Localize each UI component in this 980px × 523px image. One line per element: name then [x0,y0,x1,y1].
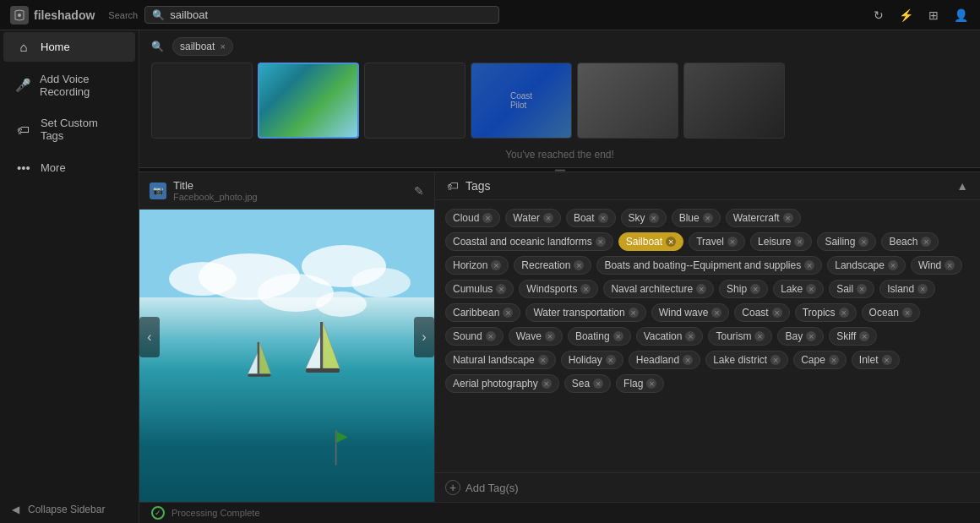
thumbnail-1[interactable] [258,63,359,139]
tag-remove-button[interactable]: × [839,308,849,318]
tag-remove-button[interactable]: × [858,237,868,247]
tag-remove-button[interactable]: × [902,308,912,318]
image-viewer: 📷 Title Facebook_photo.jpg ✎ [139,172,435,502]
tag-remove-button[interactable]: × [613,331,623,341]
user-button[interactable]: 👤 [952,7,970,24]
thumbnail-2[interactable] [364,63,466,139]
tag-remove-button[interactable]: × [750,284,760,294]
tags-header-icon: 🏷 [447,179,459,193]
tag-remove-button[interactable]: × [574,260,584,270]
svg-rect-3 [320,322,323,368]
topbar-actions: ↻ ⚡ ⊞ 👤 [872,7,970,24]
tags-collapse-button[interactable]: ▲ [956,179,968,193]
sidebar-item-tags[interactable]: 🏷 Set Custom Tags [3,109,135,150]
tag-remove-button[interactable]: × [783,213,793,223]
tag-chip: Horizon× [445,256,509,275]
tag-remove-button[interactable]: × [772,308,782,318]
tag-remove-button[interactable]: × [754,331,765,341]
thumbnails-strip: CoastPilot [139,63,980,145]
tag-label: Ship [727,283,747,295]
tag-remove-button[interactable]: × [596,237,606,247]
tag-chip: Bay× [777,327,824,346]
tag-remove-button[interactable]: × [806,284,816,294]
tag-remove-button[interactable]: × [542,379,552,389]
tag-remove-button[interactable]: × [696,284,706,294]
tag-chip: Boats and boating--Equipment and supplie… [596,256,822,275]
tag-remove-button[interactable]: × [482,213,493,223]
tag-label: Holiday [569,354,602,366]
tag-remove-button[interactable]: × [543,213,553,223]
tag-remove-button[interactable]: × [598,213,608,223]
tag-label: Vacation [644,330,683,342]
tag-remove-button[interactable]: × [685,331,695,341]
end-message: You've reached the end! [139,145,980,167]
tag-remove-button[interactable]: × [882,355,892,365]
tag-remove-button[interactable]: × [683,355,693,365]
tags-title: Tags [466,179,491,193]
tag-remove-button[interactable]: × [857,284,867,294]
tag-remove-button[interactable]: × [921,237,931,247]
tag-chip: Tourism× [708,327,772,346]
image-nav-prev[interactable]: ‹ [139,317,160,357]
add-tag-button[interactable]: + Add Tag(s) [445,480,519,495]
sidebar-item-more[interactable]: ••• More [3,153,135,183]
tag-chip: Water transportation× [525,303,645,322]
tag-remove-button[interactable]: × [503,308,513,318]
refresh-button[interactable]: ↻ [872,7,885,24]
tag-remove-button[interactable]: × [829,355,839,365]
tag-remove-button[interactable]: × [711,308,721,318]
tag-remove-button[interactable]: × [804,260,814,270]
tag-remove-button[interactable]: × [945,260,955,270]
tag-remove-button[interactable]: × [666,237,676,247]
tag-chip: Beach× [881,232,939,251]
sidebar-collapse[interactable]: ◀ Collapse Sidebar [0,496,139,523]
tag-chip: Sailboat× [618,232,683,251]
topbar: fileshadow Search 🔍 ↻ ⚡ ⊞ 👤 [0,0,980,30]
tag-remove-button[interactable]: × [794,237,804,247]
tag-remove-button[interactable]: × [580,284,591,294]
image-nav-next[interactable]: › [414,317,434,357]
tag-remove-button[interactable]: × [491,260,501,270]
tag-chip: Vacation× [636,327,704,346]
tag-remove-button[interactable]: × [703,213,713,223]
tag-remove-button[interactable]: × [606,355,616,365]
tag-remove-button[interactable]: × [859,331,869,341]
tag-label: Tropics [803,307,836,319]
tag-label: Coast [742,307,768,319]
sidebar-item-home[interactable]: ⌂ Home [3,32,135,62]
tag-label: Headland [636,354,679,366]
tags-footer: + Add Tag(s) [435,472,980,502]
thumbnail-4[interactable] [577,63,678,139]
sailboat-left-svg [242,336,276,391]
tag-remove-button[interactable]: × [486,331,496,341]
tag-label: Blue [679,212,700,224]
thumbnail-3[interactable]: CoastPilot [471,63,572,139]
tag-remove-button[interactable]: × [646,379,656,389]
tag-label: Cumulus [453,283,493,295]
tag-remove-button[interactable]: × [545,331,555,341]
svg-marker-5 [259,341,271,373]
filter-button[interactable]: ⚡ [897,7,915,24]
tag-label: Sail [836,283,853,295]
tag-remove-button[interactable]: × [806,331,816,341]
tag-remove-button[interactable]: × [538,355,548,365]
tag-chip: Landscape× [827,256,906,275]
thumbnail-0[interactable] [151,63,253,139]
sidebar-item-voice[interactable]: 🎤 Add Voice Recording [3,65,135,106]
thumbnail-5[interactable] [683,63,785,139]
image-edit-button[interactable]: ✎ [414,184,424,198]
tag-remove-button[interactable]: × [649,213,659,223]
search-input[interactable] [170,8,492,21]
filter-chip-remove[interactable]: × [220,41,225,52]
tag-label: Sound [453,330,482,342]
tag-remove-button[interactable]: × [496,284,506,294]
tag-remove-button[interactable]: × [629,308,639,318]
layout-button[interactable]: ⊞ [927,7,940,24]
tag-remove-button[interactable]: × [917,284,928,294]
tag-remove-button[interactable]: × [593,379,603,389]
tag-remove-button[interactable]: × [888,260,898,270]
tag-remove-button[interactable]: × [770,355,781,365]
app-logo: fileshadow [10,6,95,25]
tag-remove-button[interactable]: × [727,237,738,247]
search-icon: 🔍 [152,9,165,21]
